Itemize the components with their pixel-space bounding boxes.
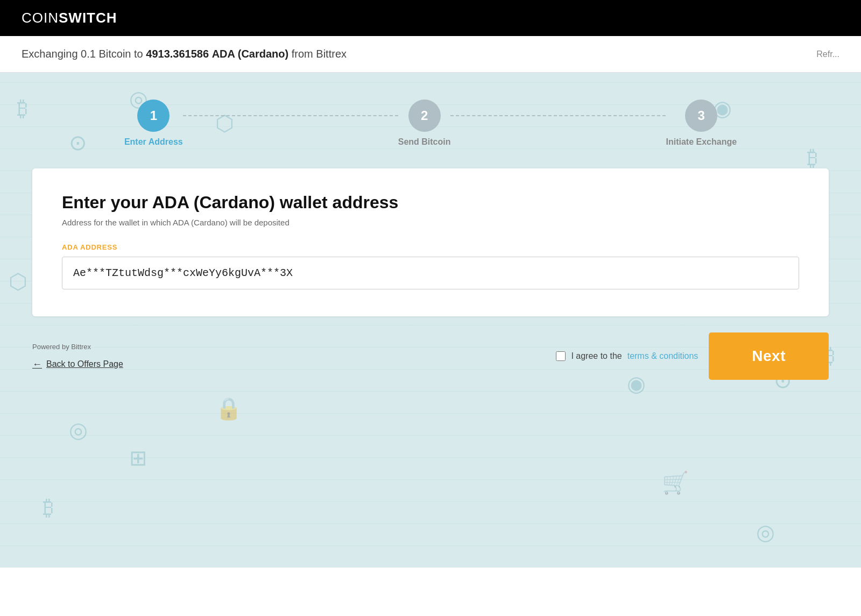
deco-icon-9: ⊞ [129, 447, 147, 469]
deco-icon-6: ₿ [807, 147, 818, 168]
refresh-link[interactable]: Refr... [816, 49, 839, 59]
deco-icon-12: ⬡ [9, 271, 27, 292]
right-footer: I agree to the terms & conditions Next [556, 332, 829, 380]
step-1-label: Enter Address [124, 137, 183, 147]
deco-icon-16: 🔒 [215, 398, 242, 419]
bg-icons: ₿ ⊙ ◎ 🔒 ⬡ ₿ ◉ ₿ ⊞ ◎ 🛒 ⬡ ₿ ◎ ⊙ 🔒 ◉ [0, 73, 861, 568]
step-2-label: Send Bitcoin [398, 137, 451, 147]
powered-by: Powered by Bittrex [32, 343, 123, 351]
step-3: 3 Initiate Exchange [666, 100, 737, 147]
exchange-text-prefix: Exchanging 0.1 Bitcoin to [22, 48, 146, 60]
logo: COINSWITCH [22, 10, 117, 26]
form-card: Enter your ADA (Cardano) wallet address … [32, 168, 829, 316]
step-connector-1 [183, 115, 398, 116]
step-3-circle: 3 [685, 100, 717, 132]
form-subtitle: Address for the wallet in which ADA (Car… [62, 218, 799, 227]
address-input[interactable] [62, 257, 799, 289]
deco-icon-10: ◎ [756, 521, 775, 543]
back-arrow-icon: ← [32, 359, 42, 370]
step-connector-2 [450, 115, 666, 116]
exchange-info: Exchanging 0.1 Bitcoin to 4913.361586 AD… [22, 48, 347, 60]
step-3-label: Initiate Exchange [666, 137, 737, 147]
step-3-number: 3 [698, 108, 705, 123]
step-2: 2 Send Bitcoin [398, 100, 451, 147]
step-2-number: 2 [421, 108, 428, 123]
back-link-label: Back to Offers Page [46, 359, 123, 369]
back-link[interactable]: ← Back to Offers Page [32, 359, 123, 370]
field-label: ADA ADDRESS [62, 243, 799, 251]
form-title: Enter your ADA (Cardano) wallet address [62, 193, 799, 213]
terms-container: I agree to the terms & conditions [556, 351, 698, 361]
footer-area: Powered by Bittrex ← Back to Offers Page… [32, 332, 829, 380]
exchange-amount: 4913.361586 [146, 48, 209, 60]
deco-icon-11: 🛒 [662, 472, 689, 493]
terms-prefix: I agree to the [571, 351, 622, 361]
step-1-number: 1 [150, 108, 157, 123]
sub-header: Exchanging 0.1 Bitcoin to 4913.361586 AD… [0, 36, 861, 73]
steps-progress: 1 Enter Address 2 Send Bitcoin 3 Initiat… [32, 100, 829, 147]
logo-prefix: COIN [22, 10, 59, 26]
terms-link[interactable]: terms & conditions [627, 351, 698, 361]
logo-suffix: SWITCH [59, 10, 117, 26]
left-footer: Powered by Bittrex ← Back to Offers Page [32, 343, 123, 370]
deco-icon-14: ◎ [69, 419, 88, 441]
step-2-circle: 2 [408, 100, 441, 132]
exchange-text-suffix: from Bittrex [288, 48, 347, 60]
step-1-circle: 1 [137, 100, 170, 132]
deco-icon-1: ₿ [17, 97, 28, 119]
main-content: ₿ ⊙ ◎ 🔒 ⬡ ₿ ◉ ₿ ⊞ ◎ 🛒 ⬡ ₿ ◎ ⊙ 🔒 ◉ 1 Ente… [0, 73, 861, 568]
exchange-currency: ADA (Cardano) [212, 48, 289, 60]
next-button[interactable]: Next [709, 332, 829, 380]
step-1: 1 Enter Address [124, 100, 183, 147]
header: COINSWITCH [0, 0, 861, 36]
terms-checkbox[interactable] [556, 351, 566, 361]
deco-icon-8: ₿ [43, 497, 54, 518]
